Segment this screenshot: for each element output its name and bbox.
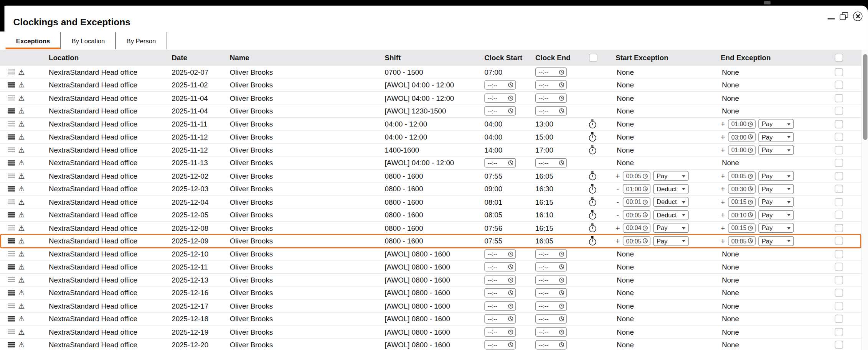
row-menu-icon[interactable] — [8, 160, 15, 166]
end-exception-time-input[interactable]: 00:30 — [728, 184, 756, 194]
table-row[interactable]: ⚠ NextraStandard Head office 2025-12-10 … — [0, 248, 861, 261]
clock-start-input[interactable]: --:-- — [484, 301, 516, 311]
row-checkbox[interactable] — [835, 133, 843, 141]
clock-start-input[interactable]: --:-- — [484, 275, 516, 285]
row-menu-icon[interactable] — [8, 134, 15, 140]
table-row[interactable]: ⚠ NextraStandard Head office 2025-12-16 … — [0, 287, 861, 300]
scrollbar[interactable] — [861, 50, 868, 350]
start-exception-time-input[interactable]: 00:01 — [623, 197, 650, 207]
clock-start-input[interactable]: --:-- — [484, 81, 516, 90]
row-checkbox[interactable] — [835, 94, 843, 102]
stopwatch-icon[interactable] — [589, 225, 596, 232]
stopwatch-icon[interactable] — [589, 121, 596, 128]
table-row[interactable]: ⚠ NextraStandard Head office 2025-11-12 … — [0, 131, 861, 144]
end-exception-time-input[interactable]: 01:00 — [728, 119, 756, 129]
stopwatch-icon[interactable] — [589, 212, 596, 220]
table-row[interactable]: ⚠ NextraStandard Head office 2025-12-03 … — [0, 183, 861, 196]
row-menu-icon[interactable] — [8, 264, 15, 269]
row-checkbox[interactable] — [835, 237, 843, 245]
end-exception-action-select[interactable]: Pay — [758, 197, 794, 207]
start-exception-action-select[interactable]: Deduct — [653, 197, 688, 207]
select-all-clockings-checkbox[interactable] — [589, 54, 597, 62]
clock-start-input[interactable]: --:-- — [484, 262, 516, 272]
stopwatch-icon[interactable] — [589, 134, 596, 141]
row-checkbox[interactable] — [835, 341, 843, 349]
start-exception-time-input[interactable]: 00:05 — [623, 236, 650, 246]
row-menu-icon[interactable] — [8, 95, 15, 100]
end-exception-time-input[interactable]: 00:15 — [728, 197, 756, 207]
end-exception-time-input[interactable]: 00:15 — [728, 223, 756, 233]
clock-end-input[interactable]: --:-- — [535, 288, 567, 298]
row-checkbox[interactable] — [835, 263, 843, 271]
clock-end-input[interactable]: --:-- — [535, 67, 567, 77]
end-exception-action-select[interactable]: Pay — [758, 119, 794, 129]
clock-start-input[interactable]: --:-- — [484, 288, 516, 298]
end-exception-action-select[interactable]: Pay — [758, 184, 794, 194]
end-exception-action-select[interactable]: Pay — [758, 145, 794, 155]
row-menu-icon[interactable] — [8, 316, 15, 322]
clock-start-input[interactable]: --:-- — [484, 314, 516, 324]
table-row[interactable]: ⚠ NextraStandard Head office 2025-12-18 … — [0, 313, 861, 326]
stopwatch-icon[interactable] — [589, 238, 596, 245]
start-exception-action-select[interactable]: Deduct — [653, 210, 688, 220]
row-menu-icon[interactable] — [8, 290, 15, 296]
row-menu-icon[interactable] — [8, 108, 15, 113]
row-menu-icon[interactable] — [8, 238, 15, 243]
start-exception-action-select[interactable]: Pay — [653, 171, 688, 181]
table-row[interactable]: ⚠ NextraStandard Head office 2025-11-02 … — [0, 79, 861, 92]
table-row[interactable]: ⚠ NextraStandard Head office 2025-11-12 … — [0, 144, 861, 157]
row-checkbox[interactable] — [835, 302, 843, 310]
clock-start-input[interactable]: --:-- — [484, 106, 516, 116]
minimize-icon[interactable] — [828, 18, 835, 20]
end-exception-action-select[interactable]: Pay — [758, 236, 794, 246]
row-checkbox[interactable] — [835, 81, 843, 89]
row-menu-icon[interactable] — [8, 329, 15, 335]
end-exception-time-input[interactable]: 03:00 — [728, 132, 756, 142]
row-checkbox[interactable] — [835, 172, 843, 180]
clock-end-input[interactable]: --:-- — [535, 93, 567, 103]
table-row[interactable]: ⚠ NextraStandard Head office 2025-11-11 … — [0, 118, 861, 131]
row-checkbox[interactable] — [835, 68, 843, 76]
row-menu-icon[interactable] — [8, 186, 15, 192]
row-checkbox[interactable] — [835, 211, 843, 219]
row-checkbox[interactable] — [835, 159, 843, 167]
row-menu-icon[interactable] — [8, 121, 15, 127]
select-all-checkbox[interactable] — [835, 54, 843, 62]
end-exception-time-input[interactable]: 00:10 — [728, 210, 756, 220]
start-exception-time-input[interactable]: 00:04 — [623, 223, 650, 233]
table-row[interactable]: ⚠ NextraStandard Head office 2025-12-13 … — [0, 274, 861, 287]
clock-end-input[interactable]: --:-- — [535, 275, 567, 285]
clock-end-input[interactable]: --:-- — [535, 106, 567, 116]
start-exception-time-input[interactable]: 01:00 — [623, 184, 650, 194]
row-menu-icon[interactable] — [8, 277, 15, 283]
row-checkbox[interactable] — [835, 198, 843, 206]
tab-exceptions[interactable]: Exceptions — [5, 32, 61, 49]
table-row[interactable]: ⚠ NextraStandard Head office 2025-11-04 … — [0, 92, 861, 105]
table-row[interactable]: ⚠ NextraStandard Head office 2025-12-04 … — [0, 196, 861, 209]
table-row[interactable]: ⚠ NextraStandard Head office 2025-11-04 … — [0, 105, 861, 118]
row-checkbox[interactable] — [835, 120, 843, 128]
start-exception-action-select[interactable]: Deduct — [653, 184, 688, 194]
clock-end-input[interactable]: --:-- — [535, 262, 567, 272]
table-row[interactable]: ⚠ NextraStandard Head office 2025-12-09 … — [0, 235, 861, 248]
clock-start-input[interactable]: --:-- — [484, 249, 516, 259]
start-exception-action-select[interactable]: Pay — [653, 236, 688, 246]
stopwatch-icon[interactable] — [589, 199, 596, 207]
row-menu-icon[interactable] — [8, 225, 15, 230]
tab-by-person[interactable]: By Person — [116, 32, 167, 49]
stopwatch-icon[interactable] — [589, 147, 596, 154]
table-row[interactable]: ⚠ NextraStandard Head office 2025-12-08 … — [0, 222, 861, 235]
stopwatch-icon[interactable] — [589, 186, 596, 194]
table-row[interactable]: ⚠ NextraStandard Head office 2025-12-19 … — [0, 326, 861, 339]
row-menu-icon[interactable] — [8, 69, 15, 75]
row-checkbox[interactable] — [835, 146, 843, 154]
row-checkbox[interactable] — [835, 107, 843, 115]
clock-end-input[interactable]: --:-- — [535, 301, 567, 311]
row-menu-icon[interactable] — [8, 173, 15, 179]
clock-start-input[interactable]: --:-- — [484, 158, 516, 168]
clock-end-input[interactable]: --:-- — [535, 327, 567, 337]
end-exception-action-select[interactable]: Pay — [758, 210, 794, 220]
table-row[interactable]: ⚠ NextraStandard Head office 2025-11-13 … — [0, 157, 861, 170]
end-exception-action-select[interactable]: Pay — [758, 132, 794, 142]
stopwatch-icon[interactable] — [589, 173, 596, 181]
